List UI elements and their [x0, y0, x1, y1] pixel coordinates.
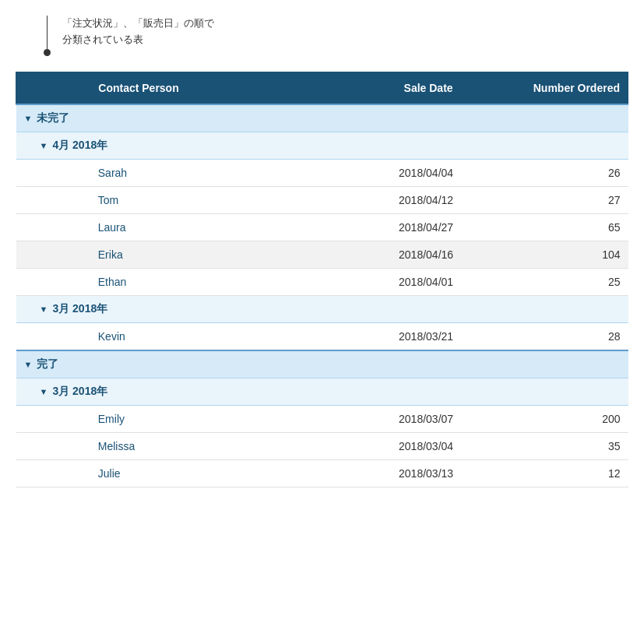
group-header-row[interactable]: ▼完了 — [16, 350, 628, 378]
collapse-triangle[interactable]: ▼ — [40, 141, 48, 150]
row-number: 27 — [461, 186, 628, 213]
row-index — [16, 322, 90, 350]
row-index — [16, 432, 90, 459]
row-contact: Kevin — [90, 322, 276, 350]
row-index — [16, 186, 90, 213]
row-number: 25 — [461, 268, 628, 295]
row-index — [16, 268, 90, 295]
group-label: ▼未完了 — [16, 104, 628, 132]
row-contact: Sarah — [90, 159, 276, 186]
table-row: Tom 2018/04/12 27 — [16, 186, 628, 213]
row-date: 2018/03/07 — [276, 405, 461, 432]
table-row: Erika 2018/04/16 104 — [16, 241, 628, 268]
row-index — [16, 459, 90, 487]
header-contact: Contact Person — [90, 72, 276, 104]
collapse-triangle[interactable]: ▼ — [40, 304, 48, 314]
table-row: Laura 2018/04/27 65 — [16, 213, 628, 241]
main-table: Contact Person Sale Date Number Ordered … — [16, 72, 628, 487]
row-contact: Erika — [90, 241, 276, 268]
annotation-line2: 分類されている表 — [62, 33, 143, 45]
row-date: 2018/04/04 — [276, 159, 461, 186]
group-label: ▼完了 — [16, 350, 628, 378]
collapse-triangle[interactable]: ▼ — [24, 114, 33, 123]
row-index — [16, 405, 90, 432]
row-contact: Tom — [90, 186, 276, 213]
row-contact: Julie — [90, 459, 276, 487]
row-date: 2018/04/01 — [276, 268, 461, 295]
table-row: Julie 2018/03/13 12 — [16, 459, 628, 487]
row-number: 104 — [461, 241, 628, 268]
row-number: 28 — [461, 322, 628, 350]
group-header-row[interactable]: ▼未完了 — [16, 104, 628, 132]
table-row: Ethan 2018/04/01 25 — [16, 268, 628, 295]
row-index — [16, 241, 90, 268]
header-number: Number Ordered — [461, 72, 628, 104]
subgroup-label: ▼3月 2018年 — [16, 295, 628, 322]
collapse-triangle[interactable]: ▼ — [24, 360, 33, 369]
subgroup-label: ▼3月 2018年 — [16, 378, 628, 405]
row-contact: Laura — [90, 213, 276, 241]
table-row: Kevin 2018/03/21 28 — [16, 322, 628, 350]
table-row: Emily 2018/03/07 200 — [16, 405, 628, 432]
row-number: 35 — [461, 432, 628, 459]
header-date: Sale Date — [276, 72, 461, 104]
row-date: 2018/04/27 — [276, 213, 461, 241]
row-date: 2018/04/16 — [276, 241, 461, 268]
row-contact: Emily — [90, 405, 276, 432]
table-row: Melissa 2018/03/04 35 — [16, 432, 628, 459]
row-number: 65 — [461, 213, 628, 241]
annotation: 「注文状況」、「販売日」の順で 分類されている表 — [16, 16, 628, 48]
subgroup-header-row[interactable]: ▼3月 2018年 — [16, 378, 628, 405]
row-index — [16, 213, 90, 241]
subgroup-label: ▼4月 2018年 — [16, 132, 628, 159]
row-contact: Melissa — [90, 432, 276, 459]
subgroup-header-row[interactable]: ▼3月 2018年 — [16, 295, 628, 322]
row-date: 2018/03/04 — [276, 432, 461, 459]
row-date: 2018/04/12 — [276, 186, 461, 213]
row-number: 26 — [461, 159, 628, 186]
row-date: 2018/03/21 — [276, 322, 461, 350]
row-contact: Ethan — [90, 268, 276, 295]
table-row: Sarah 2018/04/04 26 — [16, 159, 628, 186]
row-number: 12 — [461, 459, 628, 487]
header-index — [16, 72, 90, 104]
row-date: 2018/03/13 — [276, 459, 461, 487]
annotation-line1: 「注文状況」、「販売日」の順で — [62, 17, 214, 29]
table-header-row: Contact Person Sale Date Number Ordered — [16, 72, 628, 104]
row-number: 200 — [461, 405, 628, 432]
collapse-triangle[interactable]: ▼ — [40, 387, 48, 396]
row-index — [16, 159, 90, 186]
subgroup-header-row[interactable]: ▼4月 2018年 — [16, 132, 628, 159]
